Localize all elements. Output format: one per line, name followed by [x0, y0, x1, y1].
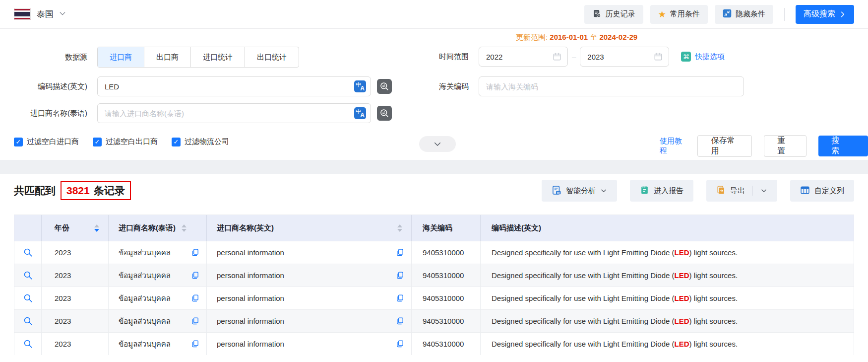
sort-control-name-en[interactable]	[397, 224, 402, 232]
sort-control-year[interactable]	[94, 224, 99, 232]
time-range-label: 时间范围	[422, 52, 469, 62]
importer-name-input[interactable]	[97, 103, 371, 123]
summary-count: 3821	[66, 185, 90, 197]
copy-icon[interactable]	[191, 294, 199, 302]
translate-icon[interactable]: 中 A	[354, 80, 366, 92]
tutorial-link[interactable]: 使用教程	[660, 137, 685, 155]
copy-icon[interactable]	[396, 340, 404, 348]
history-button[interactable]: 历史记录	[584, 5, 643, 24]
desc-cell: Designed specifically for use with Light…	[481, 310, 854, 332]
fuzzy-search-toggle-icon[interactable]	[377, 106, 392, 121]
chevron-down-icon[interactable]	[760, 187, 767, 194]
checkbox-filter-blank-importer[interactable]: ✓ 过滤空白进口商	[14, 137, 79, 146]
table-row: 2023 ข้อมูลส่วนบุคคล personal informatio…	[14, 287, 854, 309]
datasource-tabs: 进口商 出口商 进口统计 出口统计	[97, 47, 299, 68]
chevron-right-icon	[839, 11, 846, 18]
copy-icon[interactable]	[191, 340, 199, 348]
topbar: 泰国 历史记录 ★ 常用条件 隐藏条件 高级搜索	[0, 0, 868, 29]
view-detail-magnifier-icon[interactable]	[23, 316, 33, 326]
hs-code-cell: 9405310000	[412, 264, 481, 287]
sort-control-name-th[interactable]	[182, 224, 186, 232]
copy-icon[interactable]	[191, 248, 199, 257]
hs-code-cell: 9405310000	[412, 333, 481, 355]
form-actions: 使用教程 保存常用 重 置 搜 索	[660, 135, 868, 157]
checkbox-filter-blank-exporter[interactable]: ✓ 过滤空白出口商	[93, 137, 158, 146]
checkbox-filter-logistics[interactable]: ✓ 过滤物流公司	[172, 137, 229, 146]
summary-highlight-box: 3821 条记录	[61, 181, 131, 200]
advanced-search-label: 高级搜索	[804, 9, 835, 19]
year-cell: 2023	[42, 264, 109, 287]
table-row: 2023 ข้อมูลส่วนบุคคล personal informatio…	[14, 332, 854, 355]
name-en-cell: personal information	[207, 241, 412, 264]
view-detail-magnifier-icon[interactable]	[23, 271, 33, 280]
hs-code-row: 海关编码	[422, 76, 744, 96]
header-year[interactable]: 年份	[42, 215, 109, 241]
favorites-button[interactable]: ★ 常用条件	[650, 5, 708, 24]
hs-code-cell: 9405310000	[412, 310, 481, 332]
copy-icon[interactable]	[396, 294, 404, 302]
summary-prefix: 共匹配到	[14, 184, 56, 198]
smart-analysis-button[interactable]: BI 智能分析	[542, 180, 617, 202]
enter-report-button[interactable]: 进入报告	[630, 180, 693, 202]
customize-columns-label: 自定义列	[814, 186, 844, 196]
start-year-input[interactable]	[485, 52, 542, 62]
checkbox-checked-icon: ✓	[14, 138, 23, 146]
highlighted-keyword: LED	[675, 340, 689, 348]
name-th-cell: ข้อมูลส่วนบุคคล	[109, 287, 207, 309]
datasource-row: 数据源 进口商 出口商 进口统计 出口统计	[14, 47, 299, 68]
end-year-input-box[interactable]	[580, 47, 669, 67]
row-detail-cell	[14, 264, 42, 287]
highlighted-keyword: LED	[675, 294, 689, 302]
header-name-en[interactable]: 进口商名称(英文)	[207, 215, 412, 241]
tab-exporter[interactable]: 出口商	[144, 47, 190, 67]
translate-icon[interactable]: 中 A	[354, 107, 366, 119]
view-detail-magnifier-icon[interactable]	[23, 248, 33, 257]
range-separator: –	[572, 53, 576, 61]
filter-panel: 更新范围: 2016-01-01 至 2024-02-29 数据源 进口商 出口…	[0, 29, 868, 160]
name-th-cell: ข้อมูลส่วนบุคคล	[109, 264, 207, 287]
checkbox-label: 过滤空白进口商	[27, 137, 79, 146]
export-button[interactable]: 导出	[706, 180, 777, 202]
highlighted-keyword: LED	[675, 248, 689, 257]
header-hs-code: 海关编码	[412, 215, 481, 241]
header-detail-column	[14, 215, 42, 241]
advanced-search-button[interactable]: 高级搜索	[796, 5, 854, 24]
copy-icon[interactable]	[191, 317, 199, 325]
view-detail-magnifier-icon[interactable]	[23, 293, 33, 303]
customize-columns-button[interactable]: 自定义列	[790, 180, 854, 202]
copy-icon[interactable]	[396, 317, 404, 325]
reset-button[interactable]: 重 置	[764, 135, 806, 157]
favorites-button-label: 常用条件	[670, 9, 700, 19]
view-detail-magnifier-icon[interactable]	[23, 339, 33, 349]
tab-export-stats[interactable]: 出口统计	[245, 47, 299, 67]
save-favorite-button[interactable]: 保存常用	[697, 135, 752, 157]
hs-code-label: 海关编码	[422, 82, 469, 91]
command-icon: ⌘	[681, 52, 691, 62]
chevron-down-icon[interactable]	[59, 9, 66, 19]
summary-suffix: 条记录	[94, 184, 125, 198]
tab-importer[interactable]: 进口商	[98, 47, 144, 67]
code-desc-input[interactable]	[97, 76, 371, 96]
header-name-th[interactable]: 进口商名称(泰语)	[109, 215, 207, 241]
search-button[interactable]: 搜 索	[818, 136, 868, 156]
country-selector[interactable]: 泰国	[37, 8, 54, 20]
end-year-input[interactable]	[586, 52, 643, 62]
hs-code-input[interactable]	[479, 76, 744, 96]
checkbox-label: 过滤物流公司	[185, 137, 229, 146]
start-year-input-box[interactable]	[479, 47, 568, 67]
code-desc-input-wrap: 中 A	[97, 76, 371, 96]
copy-icon[interactable]	[191, 271, 199, 280]
fuzzy-search-toggle-icon[interactable]	[377, 79, 392, 94]
copy-icon[interactable]	[396, 248, 404, 257]
collapse-filters-button[interactable]	[419, 136, 456, 152]
results-table: 年份 进口商名称(泰语) 进口商名称(英文)	[14, 215, 854, 355]
svg-text:BI: BI	[557, 191, 560, 194]
filter-checkboxes: ✓ 过滤空白进口商 ✓ 过滤空白出口商 ✓ 过滤物流公司	[14, 137, 229, 146]
tab-import-stats[interactable]: 进口统计	[190, 47, 245, 67]
copy-icon[interactable]	[396, 271, 404, 280]
chevron-down-icon	[600, 187, 607, 194]
row-detail-cell	[14, 333, 42, 355]
hide-conditions-button[interactable]: 隐藏条件	[715, 5, 773, 24]
importer-name-label: 进口商名称(泰语)	[14, 109, 87, 118]
quick-options-button[interactable]: ⌘ 快捷选项	[681, 52, 725, 62]
